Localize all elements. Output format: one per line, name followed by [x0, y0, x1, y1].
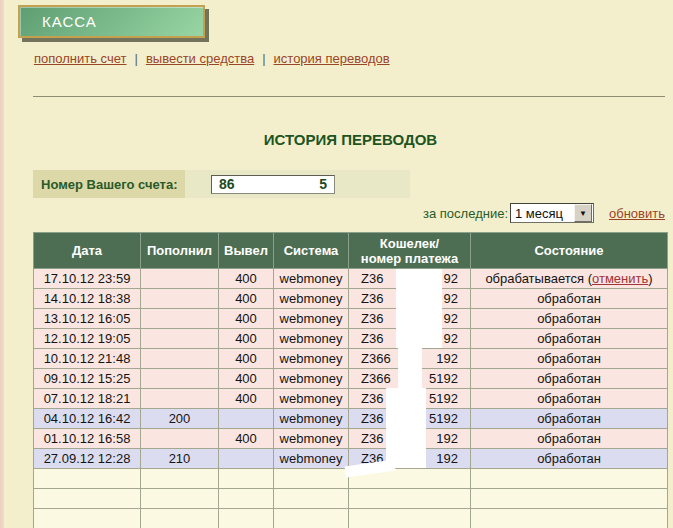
wallet-suffix: 192: [436, 451, 458, 466]
empty-cell: [219, 489, 274, 509]
nav-link-withdraw[interactable]: вывести средства: [146, 51, 254, 66]
cell-withdraw: 400: [219, 269, 274, 289]
cell-date: 12.10.12 19:05: [34, 329, 141, 349]
column-header: Дата: [34, 233, 141, 269]
empty-cell: [34, 489, 141, 509]
wallet-suffix: 92: [444, 331, 458, 346]
table-header-row: ДатаПополнилВывелСистемаКошелек/ номер п…: [34, 233, 668, 269]
cell-status: обработан: [471, 329, 668, 349]
status-text: обработан: [537, 371, 601, 386]
wallet-redaction-blob: [396, 269, 442, 348]
refresh-link[interactable]: обновить: [609, 206, 665, 221]
nav-separator: |: [135, 51, 138, 66]
cell-date: 09.10.12 15:25: [34, 369, 141, 389]
cancel-link[interactable]: отменить: [592, 271, 648, 286]
cell-system: webmoney: [274, 269, 349, 289]
wallet-prefix: Z36: [361, 391, 383, 406]
cell-date: 10.10.12 21:48: [34, 349, 141, 369]
empty-cell: [471, 489, 668, 509]
kassa-banner: КАССА: [18, 5, 205, 38]
cell-withdraw: [219, 449, 274, 469]
cell-deposit: [141, 369, 219, 389]
status-text: обработан: [537, 311, 601, 326]
cell-withdraw: 400: [219, 329, 274, 349]
account-number-label: Номер Вашего счета:: [33, 170, 185, 198]
page-title: ИСТОРИЯ ПЕРЕВОДОВ: [33, 131, 668, 148]
cell-system: webmoney: [274, 449, 349, 469]
cell-deposit: [141, 349, 219, 369]
cell-status: обработан: [471, 429, 668, 449]
table-row: 04.10.12 16:42200webmoneyZ365192обработа…: [34, 409, 668, 429]
nav-separator: |: [262, 51, 265, 66]
cell-status: обработан: [471, 309, 668, 329]
cell-withdraw: 400: [219, 349, 274, 369]
kassa-title: КАССА: [42, 13, 97, 30]
cell-system: webmoney: [274, 429, 349, 449]
cell-system: webmoney: [274, 389, 349, 409]
cell-system: webmoney: [274, 329, 349, 349]
wallet-suffix: 5192: [429, 391, 458, 406]
table-row: 09.10.12 15:25400webmoneyZ3665192обработ…: [34, 369, 668, 389]
cell-date: 17.10.12 23:59: [34, 269, 141, 289]
wallet-prefix: Z36: [361, 431, 383, 446]
column-header: Система: [274, 233, 349, 269]
cell-date: 01.10.12 16:58: [34, 429, 141, 449]
period-select[interactable]: 1 месяц ▼: [510, 203, 594, 223]
column-header: Состояние: [471, 233, 668, 269]
wallet-redaction-blob: [398, 348, 422, 388]
table-row: 07.10.12 18:21400webmoneyZ365192обработа…: [34, 389, 668, 409]
account-number-input[interactable]: 86 5: [211, 175, 335, 194]
cell-deposit: [141, 309, 219, 329]
cell-deposit: [141, 429, 219, 449]
cell-withdraw: 400: [219, 309, 274, 329]
empty-cell: [141, 509, 219, 528]
empty-cell: [34, 469, 141, 489]
cell-deposit: 200: [141, 409, 219, 429]
wallet-prefix: Z36: [361, 271, 383, 286]
nav-links: пополнить счет|вывести средства|история …: [34, 51, 390, 66]
wallet-suffix: 192: [436, 431, 458, 446]
empty-cell: [274, 489, 349, 509]
column-header: Пополнил: [141, 233, 219, 269]
chevron-down-icon[interactable]: ▼: [574, 204, 592, 222]
left-edge-strip: [0, 0, 4, 528]
cell-system: webmoney: [274, 409, 349, 429]
column-header: Кошелек/ номер платежа: [349, 233, 471, 269]
wallet-prefix: Z366: [361, 371, 391, 386]
cell-withdraw: 400: [219, 369, 274, 389]
cell-status: обработан: [471, 389, 668, 409]
wallet-redaction-blob: [386, 388, 426, 468]
cell-withdraw: 400: [219, 389, 274, 409]
wallet-suffix: 92: [444, 311, 458, 326]
empty-cell: [141, 469, 219, 489]
wallet-suffix: 5192: [429, 411, 458, 426]
cell-status: обработан: [471, 449, 668, 469]
cell-deposit: [141, 329, 219, 349]
empty-cell: [219, 509, 274, 528]
table-row: 01.10.12 16:58400webmoneyZ36192обработан: [34, 429, 668, 449]
cell-deposit: 210: [141, 449, 219, 469]
cell-system: webmoney: [274, 289, 349, 309]
cell-status: обработан: [471, 369, 668, 389]
nav-link-history[interactable]: история переводов: [274, 51, 390, 66]
status-text: обработан: [537, 331, 601, 346]
empty-table-row: [34, 509, 668, 528]
account-number-prefix: 86: [219, 176, 235, 192]
table-row: 13.10.12 16:05400webmoneyZ3692обработан: [34, 309, 668, 329]
cell-withdraw: 400: [219, 289, 274, 309]
cell-status: обрабатывается (отменить): [471, 269, 668, 289]
empty-cell: [141, 489, 219, 509]
account-bar: Номер Вашего счета: 86 5: [33, 170, 410, 198]
status-text: обработан: [537, 411, 601, 426]
cell-system: webmoney: [274, 369, 349, 389]
history-table: ДатаПополнилВывелСистемаКошелек/ номер п…: [33, 232, 668, 528]
empty-cell: [471, 469, 668, 489]
page: КАССА пополнить счет|вывести средства|ис…: [0, 0, 673, 528]
table-row: 14.10.12 18:38400webmoneyZ3692обработан: [34, 289, 668, 309]
nav-link-topup[interactable]: пополнить счет: [34, 51, 127, 66]
cell-deposit: [141, 289, 219, 309]
cell-date: 04.10.12 16:42: [34, 409, 141, 429]
wallet-prefix: Z36: [361, 331, 383, 346]
empty-cell: [471, 509, 668, 528]
period-label: за последние:: [423, 206, 508, 221]
